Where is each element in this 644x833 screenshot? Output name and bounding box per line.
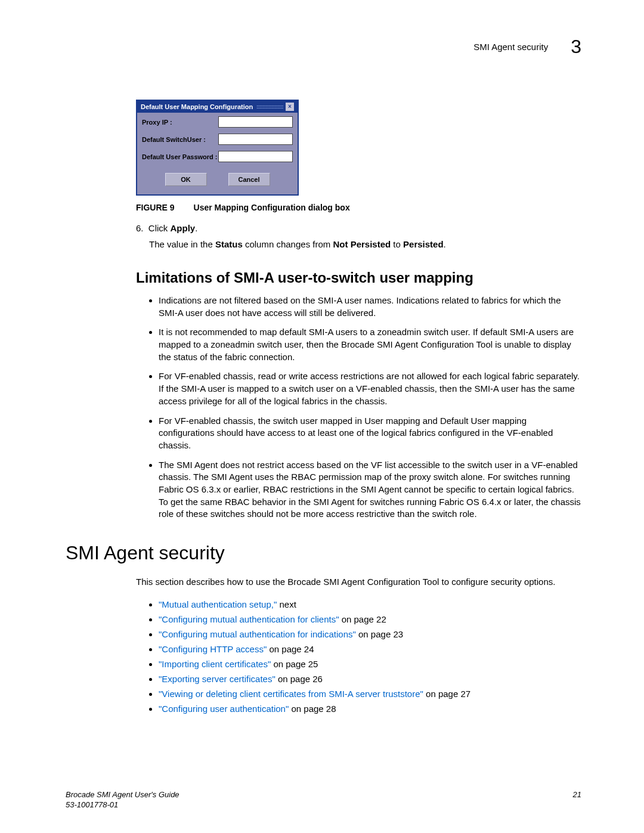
list-item: For VF-enabled chassis, read or write ac… xyxy=(159,370,581,407)
list-item: "Viewing or deleting client certificates… xyxy=(159,689,581,699)
footer-docnum: 53-1001778-01 xyxy=(66,800,179,810)
limitations-list: Indications are not filtered based on th… xyxy=(159,295,581,521)
list-item: Indications are not filtered based on th… xyxy=(159,295,581,319)
page-footer: Brocade SMI Agent User's Guide 53-100177… xyxy=(66,790,581,810)
xref-link[interactable]: "Viewing or deleting client certificates… xyxy=(159,689,423,699)
default-switchuser-input[interactable] xyxy=(218,134,293,145)
dialog-figure: Default User Mapping Configuration :::::… xyxy=(136,100,581,196)
figure-label: FIGURE 9 xyxy=(136,203,175,212)
list-item: "Configuring mutual authentication for i… xyxy=(159,629,581,639)
proxy-ip-input[interactable] xyxy=(218,116,293,128)
step-note: The value in the Status column changes f… xyxy=(149,239,581,249)
list-item: "Importing client certificates" on page … xyxy=(159,659,581,669)
dialog-row: Default User Password : xyxy=(142,151,293,162)
section-intro: This section describes how to use the Br… xyxy=(136,576,581,589)
links-list: "Mutual authentication setup," next "Con… xyxy=(159,599,581,714)
titlebar-pattern: :::::::::::::::::: xyxy=(253,104,286,110)
dialog-row: Default SwitchUser : xyxy=(142,134,293,145)
xref-link[interactable]: "Configuring mutual authentication for c… xyxy=(159,614,339,624)
list-item: The SMI Agent does not restrict access b… xyxy=(159,459,581,521)
xref-link[interactable]: "Mutual authentication setup," xyxy=(159,599,277,609)
cancel-button[interactable]: Cancel xyxy=(228,173,270,186)
default-switchuser-label: Default SwitchUser : xyxy=(142,136,218,143)
list-item: "Configuring user authentication" on pag… xyxy=(159,704,581,714)
footer-page-number: 21 xyxy=(573,790,581,810)
default-password-input[interactable] xyxy=(218,151,293,162)
close-icon[interactable]: × xyxy=(286,103,294,111)
limitations-heading: Limitations of SMI-A user-to-switch user… xyxy=(136,270,581,286)
list-item: "Exporting server certificates" on page … xyxy=(159,674,581,684)
xref-link[interactable]: "Importing client certificates" xyxy=(159,659,271,669)
figure-caption-text: User Mapping Configuration dialog box xyxy=(194,203,350,212)
header-title: SMI Agent security xyxy=(473,42,548,52)
user-mapping-dialog: Default User Mapping Configuration :::::… xyxy=(136,100,299,196)
dialog-row: Proxy IP : xyxy=(142,116,293,128)
list-item: For VF-enabled chassis, the switch user … xyxy=(159,415,581,452)
dialog-titlebar: Default User Mapping Configuration :::::… xyxy=(137,101,298,113)
list-item: "Mutual authentication setup," next xyxy=(159,599,581,609)
dialog-title-text: Default User Mapping Configuration xyxy=(141,103,253,110)
chapter-number: 3 xyxy=(571,36,581,58)
proxy-ip-label: Proxy IP : xyxy=(142,119,218,126)
xref-link[interactable]: "Exporting server certificates" xyxy=(159,674,275,684)
list-item: It is not recommended to map default SMI… xyxy=(159,326,581,363)
footer-guide-title: Brocade SMI Agent User's Guide xyxy=(66,790,179,800)
figure-caption: FIGURE 9User Mapping Configuration dialo… xyxy=(136,203,581,212)
xref-link[interactable]: "Configuring HTTP access" xyxy=(159,644,267,654)
xref-link[interactable]: "Configuring mutual authentication for i… xyxy=(159,629,356,639)
list-item: "Configuring mutual authentication for c… xyxy=(159,614,581,624)
default-password-label: Default User Password : xyxy=(142,153,218,160)
step-6: 6. Click Apply. xyxy=(136,223,581,233)
section-heading: SMI Agent security xyxy=(66,542,581,564)
page-header: SMI Agent security 3 xyxy=(66,36,581,58)
ok-button[interactable]: OK xyxy=(165,173,207,186)
list-item: "Configuring HTTP access" on page 24 xyxy=(159,644,581,654)
xref-link[interactable]: "Configuring user authentication" xyxy=(159,704,289,714)
